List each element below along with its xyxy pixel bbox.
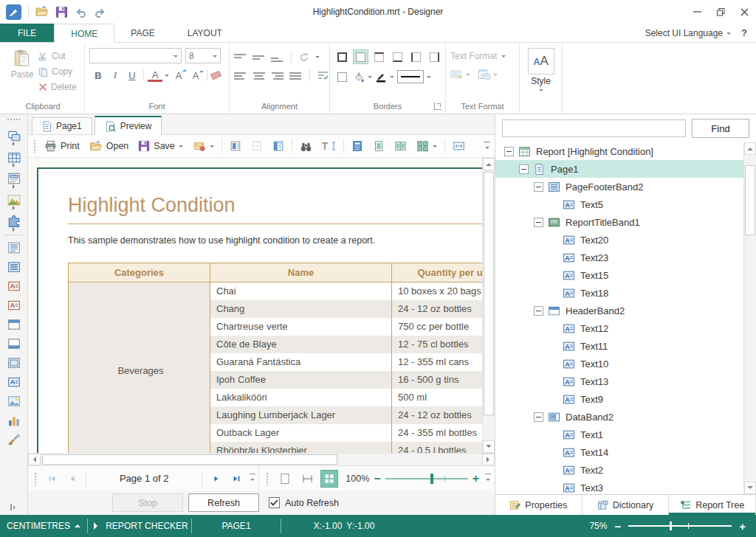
shrink-font-button[interactable]: A <box>188 68 203 83</box>
tab-report-tree[interactable]: Report Tree <box>669 495 756 515</box>
view-single-page-button[interactable] <box>347 138 368 154</box>
tab-home[interactable]: HOME <box>54 24 114 43</box>
border-none-button[interactable] <box>334 69 350 84</box>
tab-file[interactable]: FILE <box>0 24 54 42</box>
text-rotation-icon[interactable] <box>299 52 309 62</box>
select-ui-language[interactable]: Select UI Language <box>645 28 731 38</box>
align-right-icon[interactable] <box>271 71 284 80</box>
help-button[interactable]: ? <box>741 27 747 38</box>
border-right-button[interactable] <box>427 49 442 64</box>
tool-band-lines-icon[interactable] <box>3 238 25 257</box>
border-outside-button[interactable] <box>353 49 368 64</box>
tree-item-text18[interactable]: AText18 <box>495 284 743 302</box>
chevron-down-icon[interactable] <box>427 76 431 80</box>
cut-button[interactable]: Cut <box>38 49 77 63</box>
scroll-down-button[interactable] <box>744 482 756 494</box>
toolbar-overflow-button[interactable] <box>484 142 490 151</box>
page-width-button[interactable] <box>448 138 470 154</box>
align-middle-icon[interactable] <box>252 52 265 62</box>
collapse-expander-icon[interactable] <box>534 182 543 192</box>
send-email-button[interactable] <box>188 138 219 154</box>
tree-item-text2[interactable]: AText2 <box>495 461 743 479</box>
refresh-button[interactable]: Refresh <box>188 493 259 512</box>
scroll-track[interactable] <box>41 454 482 465</box>
open-button[interactable]: Open <box>85 139 134 154</box>
view-two-pages-button[interactable] <box>390 138 411 154</box>
tree-item-text12[interactable]: AText12 <box>495 319 743 337</box>
chevron-down-icon[interactable] <box>390 76 394 80</box>
tool-services-icon[interactable] <box>3 430 25 449</box>
preview-viewport[interactable]: Highlight Condition This sample demonstr… <box>28 158 482 453</box>
tab-dictionary[interactable]: Dictionary <box>583 495 670 515</box>
italic-button[interactable]: I <box>108 68 123 83</box>
view-multiple-pages-button[interactable] <box>412 138 441 154</box>
scroll-thumb[interactable] <box>42 454 337 465</box>
tree-item-text15[interactable]: AText15 <box>495 266 743 284</box>
align-center-icon[interactable] <box>252 71 265 80</box>
horizontal-scrollbar[interactable] <box>28 453 495 465</box>
tab-page[interactable]: PAGE <box>114 24 171 42</box>
collapse-expander-icon[interactable] <box>534 218 543 227</box>
tree-item-reporttitleband1[interactable]: ReportTitleBand1 <box>495 213 743 231</box>
zoom-out-button[interactable]: − <box>374 473 380 485</box>
chevron-down-icon[interactable] <box>315 56 320 60</box>
stop-button[interactable]: Stop <box>112 493 183 512</box>
undo-icon[interactable] <box>75 7 87 18</box>
scroll-thumb[interactable] <box>745 165 755 235</box>
tree-item-text5[interactable]: AText5 <box>495 195 743 213</box>
first-page-button[interactable] <box>44 471 60 487</box>
tree-item-text23[interactable]: AText23 <box>495 249 743 266</box>
tree-item-page1[interactable]: Page1 <box>495 160 743 178</box>
tool-clone-icon[interactable] <box>3 125 25 146</box>
border-all-button[interactable] <box>334 49 350 64</box>
chevron-down-icon[interactable] <box>165 75 169 79</box>
tree-item-report-highlight-condition-[interactable]: Report [Highlight Condition] <box>495 142 743 160</box>
tool-component-icon[interactable] <box>3 210 25 232</box>
units-selector[interactable]: CENTIMETRES <box>0 515 87 537</box>
toolbar-grip[interactable] <box>34 472 37 485</box>
paste-button[interactable]: Paste <box>6 46 38 100</box>
bookmarks-button[interactable] <box>225 138 246 154</box>
thumbnails-button[interactable] <box>268 138 289 154</box>
toolbar-grip[interactable] <box>33 139 36 153</box>
save-button[interactable]: Save <box>134 138 188 154</box>
status-zoom-out-button[interactable]: − <box>614 521 621 532</box>
save-icon[interactable] <box>55 6 68 18</box>
scroll-down-button[interactable] <box>483 440 495 453</box>
find-button[interactable]: Find <box>692 119 749 138</box>
toolbox-grip[interactable] <box>7 118 21 121</box>
tool-chart-icon[interactable] <box>3 411 25 430</box>
align-bottom-icon[interactable] <box>271 52 284 62</box>
zoom-one-page-button[interactable] <box>276 470 294 488</box>
zoom-in-button[interactable]: + <box>472 473 479 485</box>
tool-band-lines2-icon[interactable] <box>3 257 25 277</box>
chevron-down-icon[interactable] <box>368 76 372 80</box>
parameters-button[interactable]: ? <box>247 138 267 154</box>
scroll-thumb[interactable] <box>484 172 494 415</box>
vertical-scrollbar[interactable] <box>482 158 495 453</box>
scroll-left-button[interactable] <box>28 454 41 465</box>
auto-refresh-checkbox[interactable] <box>269 497 280 508</box>
fill-color-icon[interactable] <box>353 71 365 83</box>
toolbox-collapse-button[interactable] <box>10 504 18 510</box>
slider-handle[interactable] <box>430 474 433 484</box>
view-one-page-button[interactable] <box>368 138 389 154</box>
bold-button[interactable]: B <box>91 68 106 83</box>
tool-text-red-icon[interactable]: A <box>3 277 25 296</box>
restore-button[interactable] <box>709 1 732 22</box>
underline-button[interactable]: U <box>125 68 140 83</box>
zoom-multiple-pages-button[interactable] <box>320 470 338 488</box>
word-wrap-icon[interactable] <box>317 71 329 80</box>
tool-text-blue-icon[interactable]: A <box>3 373 25 392</box>
align-top-icon[interactable] <box>234 52 247 62</box>
collapse-expander-icon[interactable] <box>519 164 529 174</box>
tree-item-text9[interactable]: AText9 <box>495 390 743 408</box>
open-icon[interactable] <box>35 6 49 18</box>
print-button[interactable]: Print <box>40 138 84 154</box>
tool-text-red2-icon[interactable]: A <box>3 296 25 315</box>
slider-handle[interactable] <box>670 522 672 530</box>
tool-band-icon[interactable] <box>3 167 25 189</box>
scroll-right-button[interactable] <box>482 454 495 465</box>
toolbar-overflow-button[interactable] <box>250 474 255 483</box>
tool-shape-icon[interactable] <box>3 189 25 210</box>
